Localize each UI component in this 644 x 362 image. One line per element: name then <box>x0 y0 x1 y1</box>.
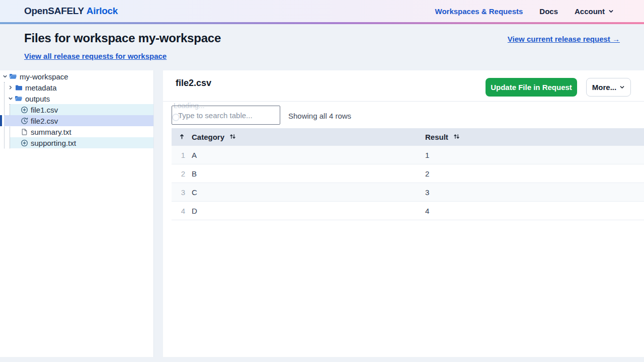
table-row: 1 A 1 <box>172 146 644 164</box>
table-row: 3 C 3 <box>172 183 644 202</box>
category-cell: B <box>192 169 425 178</box>
chevron-down-icon[interactable] <box>2 74 8 79</box>
tree-item-label: my-workspace <box>20 72 68 81</box>
row-number-sort-header[interactable] <box>172 133 192 141</box>
sort-toggle-icon <box>229 133 236 141</box>
folder-open-icon <box>9 73 17 80</box>
tree-item-label: summary.txt <box>31 128 71 136</box>
result-cell: 4 <box>425 207 644 215</box>
tree-item-label: outputs <box>25 95 50 103</box>
category-cell: D <box>192 207 425 215</box>
tree-item-label: file1.csv <box>31 106 58 114</box>
nav-docs[interactable]: Docs <box>539 7 558 16</box>
tree-item-metadata[interactable]: metadata <box>0 82 153 93</box>
file-title: file2.csv <box>176 78 211 88</box>
current-release-request-link[interactable]: View current release request → <box>508 35 620 43</box>
table-header-row: Category Result <box>172 128 644 146</box>
file-tree-sidebar: my-workspace metadata outputs <box>0 70 154 357</box>
table-toolbar: Loading... Showing all 4 rows <box>163 102 644 128</box>
app-logo[interactable]: OpenSAFELYAirlock <box>24 6 118 17</box>
selected-item-marker <box>0 115 2 126</box>
sort-ascending-icon <box>179 133 185 141</box>
file-panel-header: file2.csv Update File in Request More... <box>163 70 644 102</box>
chevron-down-icon <box>619 83 625 92</box>
chevron-right-icon[interactable] <box>8 85 14 90</box>
document-icon <box>20 128 28 136</box>
more-menu-button[interactable]: More... <box>586 78 631 97</box>
csv-data-table: Category Result 1 A 1 2 <box>172 128 644 220</box>
circle-plus-icon <box>20 139 28 147</box>
all-release-requests-link[interactable]: View all release requests for workspace <box>24 52 167 60</box>
category-cell: C <box>192 188 425 197</box>
row-number-cell: 4 <box>172 207 192 215</box>
file-actions: Update File in Request More... <box>486 78 631 97</box>
nav-account-label: Account <box>575 7 605 16</box>
logo-secondary: Airlock <box>87 6 118 16</box>
category-cell: A <box>192 151 425 159</box>
table-row: 2 B 2 <box>172 164 644 183</box>
page-header: Files for workspace my-workspace View al… <box>0 24 644 70</box>
file-content-panel: file2.csv Update File in Request More...… <box>163 70 644 357</box>
update-file-in-request-button[interactable]: Update File in Request <box>486 78 577 97</box>
tree-item-file2-csv-selected[interactable]: file2.csv <box>4 115 153 126</box>
chevron-down-icon[interactable] <box>8 96 14 101</box>
rows-summary-text: Showing all 4 rows <box>288 112 351 120</box>
table-search-input[interactable] <box>172 106 280 125</box>
file-tree: my-workspace metadata outputs <box>0 71 153 148</box>
tree-item-my-workspace[interactable]: my-workspace <box>0 71 153 82</box>
row-number-cell: 2 <box>172 169 192 178</box>
row-number-cell: 3 <box>172 188 192 197</box>
tree-item-outputs[interactable]: outputs <box>0 93 153 104</box>
row-number-cell: 1 <box>172 151 192 159</box>
chevron-down-icon <box>608 7 614 16</box>
page-title: Files for workspace my-workspace <box>24 31 221 45</box>
folder-open-icon <box>15 95 23 102</box>
circle-plus-icon <box>20 106 28 114</box>
column-header-label: Category <box>192 133 224 141</box>
folder-icon <box>15 84 23 91</box>
top-navbar: OpenSAFELYAirlock Workspaces & Requests … <box>0 0 644 22</box>
navbar-links: Workspaces & Requests Docs Account <box>435 7 614 16</box>
tree-item-label: metadata <box>25 83 57 92</box>
column-header-result[interactable]: Result <box>425 133 644 141</box>
more-button-label: More... <box>592 83 616 92</box>
airlock-app: OpenSAFELYAirlock Workspaces & Requests … <box>0 0 644 362</box>
column-header-label: Result <box>425 133 448 141</box>
table-row: 4 D 4 <box>172 202 644 220</box>
tree-item-summary-txt[interactable]: summary.txt <box>0 126 153 137</box>
nav-workspaces-requests[interactable]: Workspaces & Requests <box>435 7 523 16</box>
result-cell: 3 <box>425 188 644 197</box>
column-header-category[interactable]: Category <box>192 133 425 141</box>
clock-update-icon <box>20 117 28 125</box>
tree-item-file1-csv[interactable]: file1.csv <box>10 104 153 115</box>
result-cell: 2 <box>425 169 644 178</box>
sort-toggle-icon <box>453 133 460 141</box>
tree-item-label: supporting.txt <box>31 139 76 147</box>
nav-account-menu[interactable]: Account <box>575 7 614 16</box>
tree-item-label: file2.csv <box>31 117 58 125</box>
result-cell: 1 <box>425 151 644 159</box>
logo-primary: OpenSAFELY <box>24 6 84 16</box>
tree-item-supporting-txt[interactable]: supporting.txt <box>10 137 153 148</box>
